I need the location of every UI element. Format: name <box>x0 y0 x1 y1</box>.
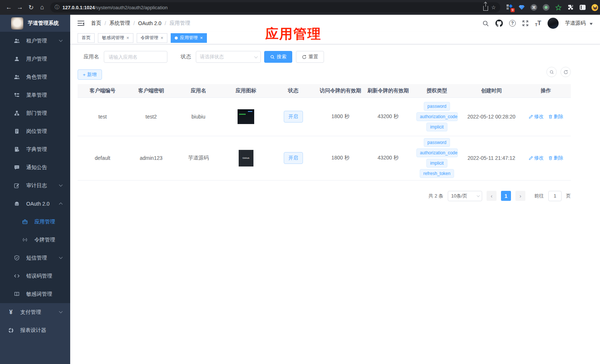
font-size-icon[interactable]: TT <box>535 20 541 27</box>
delete-link[interactable]: 删除 <box>548 155 563 161</box>
add-button[interactable]: + 新增 <box>78 69 102 80</box>
sidebar-item-label: 岗位管理 <box>26 128 47 135</box>
user-menu-caret-icon[interactable] <box>590 23 593 25</box>
extension-blocks-icon[interactable]: 9 <box>506 4 513 11</box>
sidebar-item-audit-log[interactable]: 审计日志 <box>0 176 70 195</box>
shield-icon <box>14 255 20 261</box>
user-avatar[interactable] <box>548 18 559 29</box>
message-icon <box>14 165 20 170</box>
search-icon[interactable] <box>482 20 489 27</box>
sidebar-item-oauth2-token[interactable]: 令牌管理 <box>0 231 70 249</box>
extension-gem-icon[interactable] <box>518 4 525 11</box>
status-select[interactable]: 请选择状态 <box>196 51 261 63</box>
prev-page-button[interactable]: ‹ <box>487 191 497 201</box>
github-icon[interactable] <box>495 20 503 27</box>
sidebar-item-dict[interactable]: 字典管理 <box>0 140 70 158</box>
tab-home[interactable]: 首页 <box>78 33 95 43</box>
col-actions: 操作 <box>521 84 571 97</box>
reset-button[interactable]: 重置 <box>296 51 324 63</box>
col-grant-types: 授权类型 <box>412 84 462 97</box>
sidebar-item-role[interactable]: 角色管理 <box>0 68 70 86</box>
extension-command-icon[interactable]: ⌘ <box>531 4 537 11</box>
breadcrumb-item[interactable]: 首页 <box>91 20 101 27</box>
site-info-icon[interactable]: ⓘ <box>55 4 59 11</box>
sidebar-item-user[interactable]: 用户管理 <box>0 50 70 68</box>
page-size-select[interactable]: 10条/页 <box>448 191 482 201</box>
col-refresh-ttl: 刷新令牌的有效期 <box>364 84 412 97</box>
sidebar-item-label: 角色管理 <box>26 74 47 80</box>
fullscreen-icon[interactable] <box>522 20 529 27</box>
app-logo-bar[interactable]: 芋道管理系统 <box>0 15 70 32</box>
cell-app-name: 芋道源码 <box>175 136 222 180</box>
tab-label: 敏感词管理 <box>102 35 124 41</box>
extension-record-icon[interactable] <box>543 4 549 11</box>
sidebar-item-post[interactable]: 岗位管理 <box>0 122 70 140</box>
edit-link[interactable]: 修改 <box>529 155 544 161</box>
close-icon[interactable]: × <box>161 35 164 41</box>
col-secret: 客户端密钥 <box>127 84 175 97</box>
username[interactable]: 芋道源码 <box>565 20 586 27</box>
status-badge[interactable]: 开启 <box>284 152 303 164</box>
app-logo-image <box>11 17 23 30</box>
toggle-search-icon[interactable] <box>546 67 557 77</box>
current-page-button[interactable]: 1 <box>501 191 511 201</box>
sidebar: 芋道管理系统 租户管理 用户管理 角色管理 菜单管理 部门管理 岗位管理 <box>0 15 70 364</box>
sidebar-item-error-code[interactable]: 错误码管理 <box>0 267 70 285</box>
grant-tag: implicit <box>426 123 447 131</box>
plus-icon: + <box>83 72 86 78</box>
refresh-icon <box>302 55 307 59</box>
collapse-sidebar-icon[interactable] <box>78 21 84 26</box>
home-icon[interactable]: ⌂ <box>37 2 47 13</box>
cell-created: 2022-05-12 00:28:20 <box>462 97 521 136</box>
sidebar-item-dept[interactable]: 部门管理 <box>0 104 70 122</box>
side-panel-icon[interactable] <box>579 4 586 11</box>
extensions-puzzle-icon[interactable] <box>567 4 574 11</box>
forward-icon[interactable]: → <box>15 2 25 13</box>
close-icon[interactable]: × <box>200 35 203 41</box>
search-button[interactable]: 搜索 <box>264 51 292 63</box>
bookmark-star-icon[interactable]: ☆ <box>491 4 496 10</box>
sidebar-item-sms[interactable]: 短信管理 <box>0 249 70 267</box>
status-badge[interactable]: 开启 <box>284 111 303 123</box>
sidebar-item-report-designer[interactable]: 报表设计器 <box>0 321 70 339</box>
sidebar-item-label: 错误码管理 <box>26 273 52 279</box>
profile-avatar-icon[interactable] <box>592 4 598 11</box>
close-icon[interactable]: × <box>126 35 129 41</box>
delete-link[interactable]: 删除 <box>548 113 563 120</box>
tab-token[interactable]: 令牌管理 × <box>137 33 168 43</box>
tab-sensitive-word[interactable]: 敏感词管理 × <box>98 33 133 43</box>
cell-access-ttl: 1800 秒 <box>317 97 364 136</box>
sidebar-item-tenant[interactable]: 租户管理 <box>0 32 70 50</box>
sidebar-item-menu[interactable]: 菜单管理 <box>0 86 70 104</box>
goto-page-input[interactable] <box>548 191 562 201</box>
reload-icon[interactable]: ↻ <box>26 2 36 13</box>
trash-icon <box>548 156 553 160</box>
report-icon <box>8 327 14 333</box>
edit-link[interactable]: 修改 <box>529 113 544 120</box>
app-name-input[interactable] <box>104 51 167 63</box>
sidebar-item-oauth2-application[interactable]: 应用管理 <box>0 213 70 231</box>
sidebar-item-notice[interactable]: 通知公告 <box>0 158 70 176</box>
code-icon <box>14 273 20 279</box>
sidebar-item-sensitive-word[interactable]: 敏感词管理 <box>0 285 70 303</box>
cell-client-id: default <box>78 136 127 180</box>
sidebar-item-label: 报表设计器 <box>20 327 46 334</box>
refresh-table-icon[interactable] <box>560 67 571 77</box>
sidebar-item-oauth2[interactable]: OAuth 2.0 <box>0 195 70 213</box>
cell-access-ttl: 1800 秒 <box>317 136 364 180</box>
top-navbar: 首页 / 系统管理 / OAuth 2.0 / 应用管理 ? TT 芋道源码 <box>70 15 600 32</box>
extension-icons: 9 ⌘ <box>506 4 598 11</box>
tab-label: 首页 <box>82 35 91 41</box>
address-bar[interactable]: ⓘ 127.0.0.1:1024/system/oauth2/oauth2/ap… <box>50 2 500 13</box>
next-page-button[interactable]: › <box>515 191 525 201</box>
chevron-down-icon <box>254 55 258 58</box>
extension-star-icon[interactable] <box>555 4 562 11</box>
back-icon[interactable]: ← <box>4 2 14 13</box>
share-icon[interactable] <box>483 6 488 11</box>
sidebar-item-payment[interactable]: ¥ 支付管理 <box>0 303 70 321</box>
tab-application[interactable]: 应用管理 × <box>171 33 207 43</box>
breadcrumb-item[interactable]: 系统管理 <box>109 20 130 27</box>
cell-created: 2022-05-11 21:47:12 <box>462 136 521 180</box>
help-icon[interactable]: ? <box>509 20 516 27</box>
breadcrumb-item[interactable]: OAuth 2.0 <box>138 20 161 26</box>
